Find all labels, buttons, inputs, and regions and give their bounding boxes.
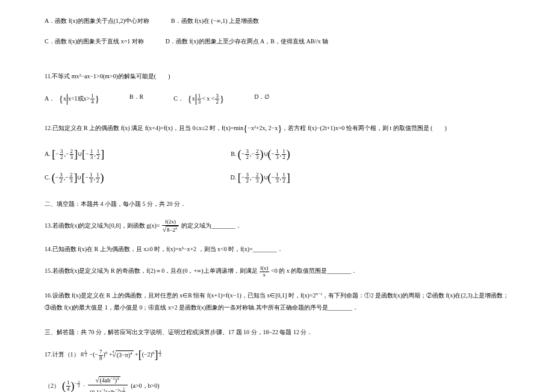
- section-2-header: 二、填空题：本题共 4 小题，每小题 5 分，共 20 分．: [45, 200, 509, 208]
- q11-opt-a: A． {xx<1或x>14}: [45, 93, 99, 105]
- q12-opt-c: C. (−32,−23]∪[−13,12): [45, 170, 104, 185]
- q11-options: A． {xx<1或x>14} B．R C． {x13< x <32} D．∅: [45, 93, 509, 105]
- q14: 14.已知函数 f(x)在 R 上为偶函数，且 x≥0 时，f(x)=x³−x+…: [45, 245, 509, 254]
- q12-row1: A. [−32,−23]∪[−13,12] B. (−32,−23)∪(−13,…: [45, 147, 509, 162]
- q10-opt-a: A．函数 f(x)的图象关于点(1,2)中心对称: [45, 17, 149, 25]
- q10-opt-b: B．函数 f(x)在 (−∞,1) 上是增函数: [171, 17, 259, 25]
- q11-opt-c: C． {x13< x <32}: [173, 93, 224, 105]
- q17-part2: （2） (14)−12 · √(4ab−1)3 (0.1)−1(a³b−3)12…: [45, 375, 509, 392]
- q12-stem: 12.已知定义在 R 上的偶函数 f(x) 满足 f(x+4)=f(x)，且当 …: [45, 122, 509, 135]
- q10-options-row1: A．函数 f(x)的图象关于点(1,2)中心对称 B．函数 f(x)在 (−∞,…: [45, 17, 509, 25]
- q12-opt-b: B. (−32,−23)∪(−13,12): [231, 147, 290, 162]
- q11-opt-b: B．R: [129, 93, 143, 101]
- q16: 16.设函数 f(x)是定义在 R 上的偶函数，且对任意的 x∈R 恒有 f(x…: [45, 290, 509, 314]
- q17-part1: 17.计算（1） 813 −(−78)0 +4√(3−π)4 +[(−2)6]1…: [45, 347, 509, 362]
- q12-opt-a: A. [−32,−23]∪[−13,12]: [45, 147, 104, 162]
- q11-opt-d: D．∅: [254, 93, 270, 101]
- q12-opt-d: D. [−32,−23)∪(−13,12]: [231, 170, 290, 185]
- q13: 13.若函数f(x)的定义域为[0,8]，则函数 g(x)= f(2x) √8−…: [45, 219, 509, 233]
- section-3-header: 三、解答题：共 70 分，解答应写出文字说明、证明过程或演算步骤。17 题 10…: [45, 328, 509, 337]
- q12-row2: C. (−32,−23]∪[−13,12) D. [−32,−23)∪(−13,…: [45, 170, 509, 185]
- q10-opt-c: C．函数 f(x)的图象关于直线 x=1 对称: [45, 37, 144, 46]
- q15: 15.若函数f(x)是定义域为 R 的奇函数，f(2)＝0，且在(0，+∞)上单…: [45, 266, 509, 278]
- q10-options-row2: C．函数 f(x)的图象关于直线 x=1 对称 D．函数 f(x)的图象上至少存…: [45, 37, 509, 46]
- q11-stem: 11.不等式 mx²−ax−1>0(m>0)的解集可能是( ): [45, 72, 509, 81]
- q10-opt-d: D．函数 f(x)的图象上至少存在两点 A，B，使得直线 AB//x 轴: [166, 37, 329, 46]
